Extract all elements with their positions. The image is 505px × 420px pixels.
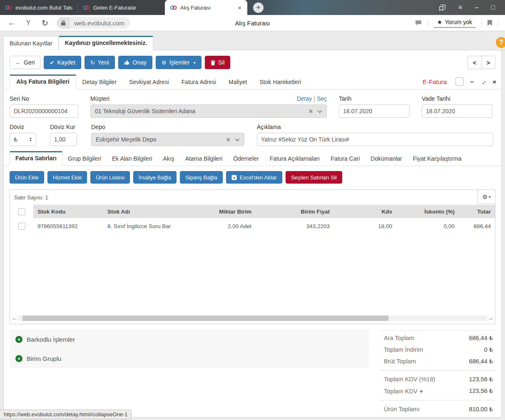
clear-icon[interactable]: ✖: [226, 137, 231, 143]
new-button[interactable]: ↻ Yeni: [85, 56, 115, 69]
col-tutar[interactable]: Tutar: [459, 205, 495, 218]
next-record-button[interactable]: >: [481, 56, 495, 69]
tab-fatura-satirlari[interactable]: Fatura Satırları: [10, 151, 62, 166]
plus-icon[interactable]: +: [420, 388, 423, 395]
col-stok-adi[interactable]: Stok Adı: [103, 205, 194, 218]
tab-stok-hareketleri[interactable]: Stok Hareketleri: [253, 75, 307, 89]
detay-link[interactable]: Detay: [297, 95, 312, 102]
scroll-right-icon[interactable]: →: [487, 315, 494, 321]
aciklama-input[interactable]: [257, 133, 493, 146]
excel-aktar-button[interactable]: x Excel'den Aktar: [226, 171, 282, 184]
doviz-kur-input[interactable]: [50, 133, 77, 146]
approve-button[interactable]: Onay: [118, 56, 152, 69]
tab-grup-bilgileri[interactable]: Grup Bilgileri: [62, 152, 107, 166]
tab-alis-fatura-bilgileri[interactable]: Alış Fatura Bilgileri: [10, 75, 76, 89]
col-miktar-birim[interactable]: Miktar Birim: [194, 205, 256, 218]
efatura-checkbox[interactable]: [455, 77, 464, 86]
back-button[interactable]: ← Geri: [10, 56, 40, 69]
vade-tarihi-input[interactable]: [422, 104, 493, 118]
tab-atama-bilgileri[interactable]: Atama Bilgileri: [180, 152, 228, 166]
siparis-bagla-button[interactable]: Sipariş Bağla: [180, 171, 223, 184]
tab-fatura-cari[interactable]: Fatura Cari: [325, 152, 365, 166]
col-birim-fiyat[interactable]: Birim Fiyat: [256, 205, 334, 218]
urun-listesi-button[interactable]: Ürün Listesi: [90, 171, 130, 184]
star-icon: ★: [437, 19, 443, 25]
browser-tab-1[interactable]: evobulut.com Bulut Tabanlı: [0, 0, 77, 15]
panel-expand-icon[interactable]: ↔: [479, 77, 488, 86]
spinner-icon[interactable]: ▲▼: [29, 137, 32, 142]
browser-tab-2[interactable]: Gelen E-Faturalar: [78, 0, 163, 15]
secilen-satirlari-sil-button[interactable]: Seçilen Satırları Sil: [286, 171, 342, 184]
url-pill[interactable]: web.evobulut.com: [57, 17, 130, 29]
help-icon[interactable]: ?: [496, 37, 505, 48]
scroll-left-icon[interactable]: ←: [11, 315, 18, 321]
urun-ekle-button[interactable]: Ürün Ekle: [10, 171, 44, 184]
main-panel: ← Geri ✔ Kaydet ↻ Yeni Onay ⚙ İşlemler ▾: [3, 50, 502, 418]
tab-fatura-aciklamalari[interactable]: Fatura Açıklamaları: [264, 152, 326, 166]
tab-close-icon[interactable]: ×: [237, 4, 242, 11]
col-kdv[interactable]: Kdv: [334, 205, 396, 218]
grid-settings-button[interactable]: ⚙▾: [478, 189, 495, 204]
actions-button[interactable]: ⚙ İşlemler ▾: [156, 56, 202, 69]
back-arrow-icon: ←: [15, 60, 21, 65]
clear-icon[interactable]: ✖: [308, 108, 313, 114]
irsaliye-bagla-button[interactable]: İrsaliye Bağla: [133, 171, 177, 184]
barkodlu-islemler-section[interactable]: + Barkodlu İşlemler: [10, 330, 369, 348]
collections-icon[interactable]: [439, 4, 446, 11]
musteri-links: Detay|Seç: [297, 95, 327, 102]
row-checkbox[interactable]: [18, 223, 25, 230]
new-tab-button[interactable]: +: [253, 2, 264, 13]
minimize-icon[interactable]: –: [475, 4, 478, 11]
tab-sevkiyat-adresi[interactable]: Sevkiyat Adresi: [123, 75, 175, 89]
bookmark-icon[interactable]: [488, 20, 492, 26]
browser-controls: ≡ – □: [439, 0, 505, 15]
panel-close-icon[interactable]: ×: [493, 79, 496, 85]
hizmet-ekle-button[interactable]: Hizmet Ekle: [47, 171, 87, 184]
tarih-input[interactable]: [339, 104, 410, 118]
select-all-checkbox[interactable]: [18, 208, 25, 215]
doviz-select[interactable]: ₺ ▲▼: [10, 133, 36, 146]
back-icon[interactable]: ←: [7, 18, 17, 27]
efatura-label: E-Fatura: [423, 78, 447, 85]
depo-select[interactable]: Eskişehir Meşelik Depo ✖: [91, 133, 244, 146]
review-status[interactable]: ★ Yorum yok: [434, 18, 475, 28]
record-nav: < >: [468, 56, 495, 69]
tab-detay-bilgiler[interactable]: Detay Bilgiler: [76, 75, 123, 89]
table-row[interactable]: 9786055611392 8. Sınıf İngilizce Soru Ba…: [10, 218, 495, 234]
col-stok-kodu[interactable]: Stok Kodu: [33, 205, 103, 218]
save-button[interactable]: ✔ Kaydet: [44, 56, 81, 69]
comment-icon[interactable]: [415, 20, 422, 26]
chevron-down-icon[interactable]: [235, 137, 239, 141]
toolbar: ← Geri ✔ Kaydet ↻ Yeni Onay ⚙ İşlemler ▾: [4, 50, 501, 74]
tab-fiyat-karsilastirma[interactable]: Fiyat Karşılaştırma: [408, 152, 467, 166]
scrollbar-thumb[interactable]: [22, 316, 388, 321]
refresh-icon[interactable]: ↻: [40, 18, 50, 28]
tab-kayit-guncelleme[interactable]: Kaydınızı güncellemektesiniz.: [59, 36, 154, 50]
maximize-icon[interactable]: □: [491, 4, 495, 11]
forward-icon[interactable]: Y: [23, 19, 33, 27]
menu-icon[interactable]: ≡: [458, 4, 462, 11]
tab-ek-alan-bilgileri[interactable]: Ek Alan Bilgileri: [107, 152, 158, 166]
delete-button[interactable]: Sil: [205, 56, 231, 69]
tab-odemeler[interactable]: Ödemeler: [228, 152, 264, 166]
birim-gruplu-section[interactable]: + Birim Gruplu: [10, 349, 369, 368]
cell-iskonto: 0,00: [396, 218, 459, 234]
tab-maliyet[interactable]: Maliyet: [222, 75, 253, 89]
horizontal-scrollbar[interactable]: ← →: [11, 315, 494, 321]
sec-link[interactable]: Seç: [317, 95, 327, 102]
musteri-select[interactable]: 01 Teknoloji Güvenlik Sistemleri Adana ✖: [90, 104, 327, 118]
col-iskonto[interactable]: İskonto (%): [396, 205, 459, 218]
seri-no-input[interactable]: [10, 104, 78, 118]
cell-kdv: 18,00: [334, 218, 396, 234]
browser-tab-active[interactable]: Alış Faturası ×: [165, 0, 247, 15]
tab-dokumanlar[interactable]: Dokümanlar: [365, 152, 407, 166]
prev-record-button[interactable]: <: [468, 56, 482, 69]
tab-bulunan-kayitlar[interactable]: Bulunan Kayıtlar: [3, 36, 59, 50]
panel-minimize-icon[interactable]: −: [470, 79, 474, 85]
tab-fatura-adresi[interactable]: Fatura Adresi: [175, 75, 222, 89]
chevron-down-icon[interactable]: [317, 108, 322, 113]
scrollbar-track[interactable]: [18, 316, 487, 321]
browser-tab-title: evobulut.com Bulut Tabanlı: [15, 5, 72, 11]
grid-header-row: Stok Kodu Stok Adı Miktar Birim Birim Fi…: [10, 205, 495, 218]
tab-akis[interactable]: Akış: [157, 152, 179, 166]
